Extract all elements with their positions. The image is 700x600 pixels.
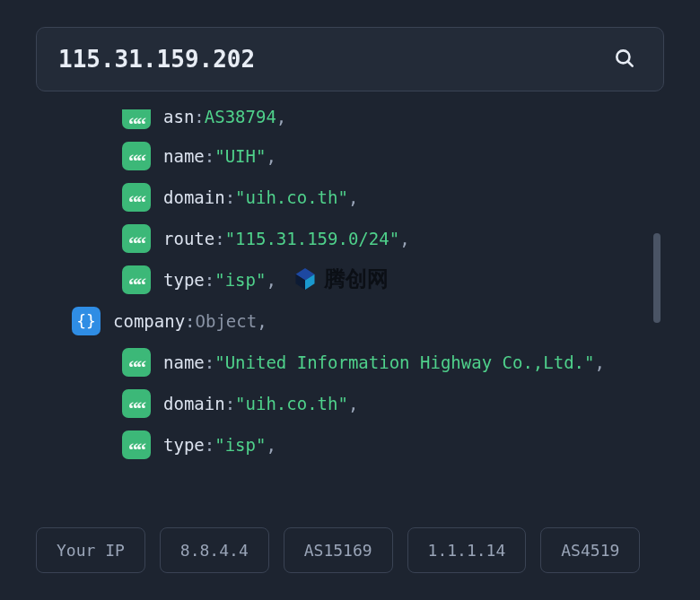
comma: , [276,109,286,129]
json-key: route [163,227,214,251]
string-type-icon: ““ [122,430,151,459]
json-viewer: ““asn: AS38794,““name: "UIH",““domain: "… [0,109,700,459]
json-row[interactable]: ““name: "United Information Highway Co.,… [36,348,664,377]
json-key: name [163,351,205,375]
colon: : [205,268,214,292]
json-row[interactable]: {}company: Object, [36,307,664,335]
json-value: "uih.co.th" [235,186,348,210]
comma: , [348,186,358,210]
json-value: "115.31.159.0/24" [225,227,399,251]
json-row[interactable]: ““type: "isp", [36,265,664,294]
json-row[interactable]: ““name: "UIH", [36,142,664,170]
suggestion-chip[interactable]: Your IP [36,527,145,573]
json-row[interactable]: ““domain: "uih.co.th", [36,183,664,212]
svg-line-1 [627,61,632,65]
comma: , [348,392,358,416]
json-key: type [163,268,205,292]
json-value: "United Information Highway Co.,Ltd." [214,351,594,375]
string-type-icon: ““ [122,348,151,377]
json-key: name [163,144,205,169]
colon: : [225,186,235,210]
object-type-icon: {} [72,307,101,335]
suggestion-chip[interactable]: AS15169 [284,527,393,573]
comma: , [266,433,276,457]
comma: , [266,268,276,292]
comma: , [257,309,267,334]
search-input[interactable] [58,46,608,73]
suggestion-chip[interactable]: 8.8.4.4 [160,527,269,573]
json-key: type [163,433,205,457]
colon: : [194,109,204,129]
json-value: "isp" [214,268,266,292]
comma: , [399,227,409,251]
colon: : [205,144,214,169]
json-row[interactable]: ““domain: "uih.co.th", [36,389,664,418]
suggestion-chip[interactable]: 1.1.1.14 [407,527,527,573]
json-value: AS38794 [205,109,276,129]
suggestion-chips: Your IP8.8.4.4AS151691.1.1.14AS4519 [36,527,700,573]
string-type-icon: ““ [122,265,151,294]
search-icon [613,47,636,70]
search-button[interactable] [608,41,642,78]
json-value: Object [196,309,258,334]
string-type-icon: ““ [122,142,151,170]
comma: , [266,144,276,169]
json-value: "isp" [214,433,266,457]
json-key: company [113,309,185,334]
json-key: asn [163,109,194,129]
colon: : [214,227,224,251]
json-key: domain [163,186,225,210]
json-value: "UIH" [214,144,266,169]
search-bar [36,27,664,91]
string-type-icon: ““ [122,224,151,253]
json-row[interactable]: ““route: "115.31.159.0/24", [36,224,664,253]
string-type-icon: ““ [122,389,151,418]
json-row[interactable]: ““asn: AS38794, [36,109,664,129]
colon: : [205,433,214,457]
colon: : [205,351,214,375]
scrollbar-thumb[interactable] [653,233,661,323]
string-type-icon: ““ [122,183,151,212]
colon: : [185,309,195,334]
comma: , [594,351,604,375]
json-value: "uih.co.th" [235,392,348,416]
json-key: domain [163,392,225,416]
string-type-icon: ““ [122,109,151,129]
colon: : [225,392,235,416]
suggestion-chip[interactable]: AS4519 [540,527,640,573]
json-row[interactable]: ““type: "isp", [36,430,664,459]
